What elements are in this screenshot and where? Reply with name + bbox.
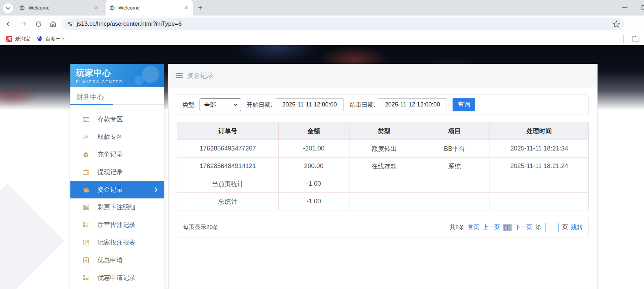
bookmarks-bar: 淘 爱淘宝 百度一下 (0, 32, 644, 45)
cell-amount: -201.00 (278, 140, 349, 158)
reload-icon (35, 20, 42, 28)
jump-prefix-label: 第 (535, 223, 541, 231)
hamburger-icon[interactable] (176, 73, 183, 78)
cell-label: 总统计 (177, 193, 279, 210)
players-center-title: 玩家中心 (76, 67, 164, 79)
deposit-card-icon (82, 116, 90, 123)
start-date-input[interactable] (275, 98, 344, 111)
page-size-text: 每页显示20条 (183, 223, 219, 231)
sidebar-item-player-bet-report[interactable]: 玩家投注报表 (70, 234, 164, 251)
window-maximize-button[interactable] (642, 5, 644, 10)
tab-welcome-2-active[interactable]: Welcome × (106, 0, 193, 16)
pagination-bar: 每页显示20条 共2条 首页 上一页 [1] 下一页 第 页 跳转 (177, 217, 589, 238)
sidebar-item-funds-records[interactable]: 资金记录 (70, 181, 164, 198)
report-chart-icon (82, 239, 90, 246)
table-row-grand-total: 总统计 -1.00 (177, 193, 589, 210)
cell-amount: -1.00 (278, 193, 349, 210)
sidebar: 玩家中心 PLAYERS CENTER 财务中心 存款专区 取款专区 充值记录 … (70, 64, 164, 289)
main-panel: 资金记录 类型: 全部 开始日期: 结束日期: 查询 订单号 (168, 64, 598, 289)
chevron-down-icon (234, 104, 238, 106)
prev-page-link[interactable]: 上一页 (482, 223, 500, 231)
cell-order-no: 1762856484914121 (177, 158, 279, 175)
table-row: 1762856484914121 200.00 在线存款 系统 2025-11-… (177, 158, 589, 175)
sidebar-item-promo-apply-records[interactable]: 优惠申请记录 (70, 269, 164, 287)
sidebar-item-promo-apply[interactable]: 优惠申请 (70, 251, 164, 269)
cell-label: 当前页统计 (177, 175, 279, 193)
bookmark-taobao[interactable]: 淘 爱淘宝 (6, 36, 30, 42)
reload-button[interactable] (32, 18, 44, 30)
bookmark-baidu[interactable]: 百度一下 (37, 36, 66, 42)
decor-triangle (0, 183, 64, 289)
tab-search-button[interactable] (3, 3, 13, 13)
current-page-badge: [1] (503, 224, 511, 231)
filter-bar: 类型: 全部 开始日期: 结束日期: 查询 (177, 94, 589, 115)
cell-order-no: 1762856493477267 (177, 140, 279, 158)
globe-icon (19, 5, 25, 11)
sidebar-item-withdraw-zone[interactable]: 取款专区 (70, 128, 164, 146)
forward-button[interactable] (18, 18, 30, 30)
jump-button[interactable]: 跳转 (571, 223, 583, 231)
total-count-text: 共2条 (449, 223, 464, 231)
site-settings-icon[interactable] (67, 21, 73, 27)
bookmark-star-icon[interactable] (613, 20, 620, 28)
content-header: 资金记录 (169, 64, 597, 87)
funds-cards-icon (82, 186, 90, 193)
new-tab-button[interactable]: + (196, 4, 205, 13)
funds-records-table: 订单号 金额 类型 项目 处理时间 1762856493477267 -201.… (177, 122, 589, 210)
table-row-page-total: 当前页统计 -1.00 (177, 175, 589, 193)
sidebar-item-hall-bet-records[interactable]: 厅室投注记录 (70, 216, 164, 234)
type-label: 类型: (182, 101, 196, 109)
table-row: 1762856493477267 -201.00 额度转出 BB平台 2025-… (177, 140, 589, 158)
back-button[interactable] (3, 18, 15, 30)
baidu-paw-icon (37, 36, 43, 42)
col-type: 类型 (349, 122, 419, 140)
taobao-icon: 淘 (6, 36, 12, 42)
jump-page-input[interactable] (545, 223, 558, 232)
end-date-input[interactable] (378, 98, 447, 111)
chevron-right-icon (154, 187, 158, 192)
first-page-link[interactable]: 首页 (468, 223, 479, 231)
section-divider (70, 104, 164, 105)
note-list-icon (82, 204, 90, 211)
cell-amount: -1.00 (278, 175, 349, 193)
chevron-down-icon (6, 7, 10, 10)
cell-process-time: 2025-11-11 18:21:34 (490, 140, 589, 158)
tab-title: Welcome (29, 5, 93, 11)
withdraw-hand-icon (82, 133, 90, 141)
bullet-list-icon (82, 221, 90, 229)
sidebar-item-deposit-zone[interactable]: 存款专区 (70, 110, 164, 128)
sidebar-item-withdrawal-records[interactable]: 提现记录 (70, 163, 164, 181)
next-page-link[interactable]: 下一页 (515, 223, 532, 231)
home-button[interactable] (47, 18, 59, 30)
webpage-viewport: 玩家中心 PLAYERS CENTER 财务中心 存款专区 取款专区 充值记录 … (0, 45, 644, 289)
start-date-label: 开始日期: (247, 101, 272, 109)
sidebar-item-recharge-records[interactable]: 充值记录 (70, 146, 164, 163)
globe-icon (109, 5, 115, 11)
search-button[interactable]: 查询 (453, 98, 475, 111)
type-select-value: 全部 (204, 101, 216, 109)
table-header-row: 订单号 金额 类型 项目 处理时间 (177, 122, 589, 140)
tab-close-icon[interactable]: × (93, 5, 99, 11)
tab-strip: Welcome × Welcome × + (0, 0, 644, 16)
sidebar-header: 玩家中心 PLAYERS CENTER (70, 64, 164, 87)
tab-close-icon[interactable]: × (183, 5, 189, 11)
wallet-icon (82, 168, 90, 176)
window-minimize-button[interactable] (622, 7, 627, 8)
other-bookmarks-folder-icon[interactable] (632, 35, 640, 42)
col-order-no: 订单号 (177, 122, 279, 140)
end-date-label: 结束日期: (349, 101, 375, 109)
cell-project: 系统 (419, 158, 490, 175)
url-text: js13.cc/hhcp/usercenter.html?iniType=6 (77, 20, 613, 27)
page-title: 资金记录 (187, 71, 214, 80)
type-select[interactable]: 全部 (200, 98, 241, 111)
address-bar[interactable]: js13.cc/hhcp/usercenter.html?iniType=6 (63, 18, 624, 30)
sidebar-item-lottery-bet-details[interactable]: 彩票下注明细 (70, 198, 164, 216)
jump-suffix-label: 页 (562, 223, 568, 231)
tab-welcome-1[interactable]: Welcome × (15, 0, 103, 16)
cell-type: 在线存款 (349, 158, 419, 175)
players-center-subtitle: PLAYERS CENTER (76, 80, 164, 84)
col-project: 项目 (419, 122, 490, 140)
red-packet-icon (82, 257, 90, 264)
cell-amount: 200.00 (278, 158, 349, 175)
tab-title: Welcome (119, 5, 183, 11)
